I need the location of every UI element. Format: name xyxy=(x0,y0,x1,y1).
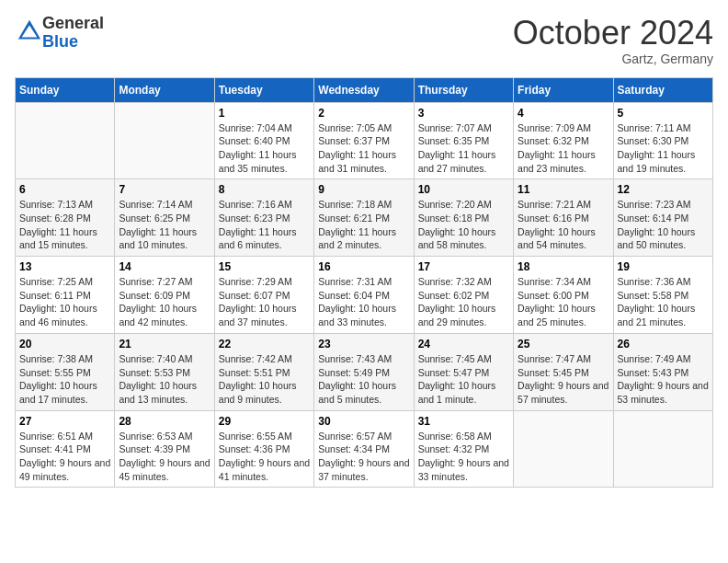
day-number: 9 xyxy=(318,183,409,196)
day-number: 11 xyxy=(518,183,609,196)
calendar-day-cell xyxy=(613,410,712,488)
logo-icon xyxy=(17,18,42,44)
day-number: 13 xyxy=(19,260,110,273)
calendar-day-cell: 6Sunrise: 7:13 AMSunset: 6:28 PMDaylight… xyxy=(16,179,115,257)
day-number: 15 xyxy=(219,260,310,273)
day-number: 28 xyxy=(119,415,210,428)
day-number: 5 xyxy=(618,107,709,120)
calendar-day-cell: 8Sunrise: 7:16 AMSunset: 6:23 PMDaylight… xyxy=(214,179,313,257)
day-number: 2 xyxy=(318,107,409,120)
calendar-day-cell: 20Sunrise: 7:38 AMSunset: 5:55 PMDayligh… xyxy=(16,333,115,410)
day-info: Sunrise: 6:58 AMSunset: 4:32 PMDaylight:… xyxy=(418,430,509,484)
calendar-day-cell: 15Sunrise: 7:29 AMSunset: 6:07 PMDayligh… xyxy=(214,257,313,334)
day-info: Sunrise: 7:32 AMSunset: 6:02 PMDaylight:… xyxy=(418,275,509,329)
day-number: 14 xyxy=(119,260,210,273)
day-info: Sunrise: 7:47 AMSunset: 5:45 PMDaylight:… xyxy=(518,352,609,407)
day-info: Sunrise: 7:20 AMSunset: 6:18 PMDaylight:… xyxy=(418,198,509,252)
day-info: Sunrise: 7:49 AMSunset: 5:43 PMDaylight:… xyxy=(618,352,709,407)
title-block: October 2024 Gartz, Germany xyxy=(513,15,713,66)
calendar-day-cell: 1Sunrise: 7:04 AMSunset: 6:40 PMDaylight… xyxy=(214,102,313,179)
calendar-week-row: 6Sunrise: 7:13 AMSunset: 6:28 PMDaylight… xyxy=(16,179,713,257)
day-number: 18 xyxy=(518,260,609,273)
weekday-header-row: SundayMondayTuesdayWednesdayThursdayFrid… xyxy=(16,77,713,102)
logo-general-text: General xyxy=(42,14,104,32)
day-info: Sunrise: 7:29 AMSunset: 6:07 PMDaylight:… xyxy=(219,275,310,329)
day-number: 29 xyxy=(219,415,310,428)
weekday-header-thursday: Thursday xyxy=(414,77,513,102)
weekday-header-saturday: Saturday xyxy=(613,77,712,102)
logo: General Blue xyxy=(15,15,104,52)
day-number: 19 xyxy=(618,260,709,273)
calendar-day-cell: 5Sunrise: 7:11 AMSunset: 6:30 PMDaylight… xyxy=(613,102,712,179)
calendar-day-cell: 13Sunrise: 7:25 AMSunset: 6:11 PMDayligh… xyxy=(16,257,115,334)
weekday-header-friday: Friday xyxy=(514,77,613,102)
calendar-day-cell: 2Sunrise: 7:05 AMSunset: 6:37 PMDaylight… xyxy=(314,102,414,179)
calendar-day-cell: 12Sunrise: 7:23 AMSunset: 6:14 PMDayligh… xyxy=(613,179,712,257)
day-info: Sunrise: 7:45 AMSunset: 5:47 PMDaylight:… xyxy=(418,352,509,407)
calendar-day-cell: 26Sunrise: 7:49 AMSunset: 5:43 PMDayligh… xyxy=(613,333,712,410)
day-info: Sunrise: 7:23 AMSunset: 6:14 PMDaylight:… xyxy=(618,198,709,252)
day-info: Sunrise: 7:21 AMSunset: 6:16 PMDaylight:… xyxy=(518,198,609,252)
calendar-day-cell xyxy=(16,102,115,179)
weekday-header-sunday: Sunday xyxy=(16,77,115,102)
weekday-header-wednesday: Wednesday xyxy=(314,77,414,102)
weekday-header-tuesday: Tuesday xyxy=(214,77,313,102)
day-info: Sunrise: 7:16 AMSunset: 6:23 PMDaylight:… xyxy=(219,198,310,252)
day-info: Sunrise: 6:51 AMSunset: 4:41 PMDaylight:… xyxy=(19,430,110,484)
calendar-day-cell: 14Sunrise: 7:27 AMSunset: 6:09 PMDayligh… xyxy=(115,257,214,334)
day-number: 4 xyxy=(518,107,609,120)
calendar-day-cell: 24Sunrise: 7:45 AMSunset: 5:47 PMDayligh… xyxy=(414,333,513,410)
calendar-day-cell: 19Sunrise: 7:36 AMSunset: 5:58 PMDayligh… xyxy=(613,257,712,334)
calendar-day-cell: 29Sunrise: 6:55 AMSunset: 4:36 PMDayligh… xyxy=(214,410,313,488)
day-info: Sunrise: 7:36 AMSunset: 5:58 PMDaylight:… xyxy=(618,275,709,329)
logo-blue-text: Blue xyxy=(42,32,78,51)
day-info: Sunrise: 6:53 AMSunset: 4:39 PMDaylight:… xyxy=(119,430,210,484)
day-info: Sunrise: 7:27 AMSunset: 6:09 PMDaylight:… xyxy=(119,275,210,329)
day-number: 20 xyxy=(19,338,110,350)
calendar-week-row: 27Sunrise: 6:51 AMSunset: 4:41 PMDayligh… xyxy=(16,410,713,488)
day-number: 30 xyxy=(318,415,409,428)
calendar-day-cell xyxy=(514,410,613,488)
day-info: Sunrise: 7:38 AMSunset: 5:55 PMDaylight:… xyxy=(19,352,110,407)
calendar-table: SundayMondayTuesdayWednesdayThursdayFrid… xyxy=(15,77,713,488)
day-info: Sunrise: 7:34 AMSunset: 6:00 PMDaylight:… xyxy=(518,275,609,329)
day-info: Sunrise: 7:09 AMSunset: 6:32 PMDaylight:… xyxy=(518,121,609,176)
day-number: 24 xyxy=(418,338,509,350)
calendar-day-cell: 18Sunrise: 7:34 AMSunset: 6:00 PMDayligh… xyxy=(514,257,613,334)
day-number: 7 xyxy=(119,183,210,196)
day-number: 21 xyxy=(119,338,210,350)
calendar-day-cell xyxy=(115,102,214,179)
day-number: 6 xyxy=(19,183,110,196)
day-number: 23 xyxy=(318,338,409,350)
calendar-day-cell: 23Sunrise: 7:43 AMSunset: 5:49 PMDayligh… xyxy=(314,333,414,410)
calendar-day-cell: 9Sunrise: 7:18 AMSunset: 6:21 PMDaylight… xyxy=(314,179,414,257)
day-number: 8 xyxy=(219,183,310,196)
day-info: Sunrise: 7:14 AMSunset: 6:25 PMDaylight:… xyxy=(119,198,210,252)
day-info: Sunrise: 7:18 AMSunset: 6:21 PMDaylight:… xyxy=(318,198,409,252)
calendar-week-row: 20Sunrise: 7:38 AMSunset: 5:55 PMDayligh… xyxy=(16,333,713,410)
day-number: 1 xyxy=(219,107,310,120)
calendar-day-cell: 27Sunrise: 6:51 AMSunset: 4:41 PMDayligh… xyxy=(16,410,115,488)
calendar-day-cell: 31Sunrise: 6:58 AMSunset: 4:32 PMDayligh… xyxy=(414,410,513,488)
calendar-day-cell: 11Sunrise: 7:21 AMSunset: 6:16 PMDayligh… xyxy=(514,179,613,257)
calendar-day-cell: 21Sunrise: 7:40 AMSunset: 5:53 PMDayligh… xyxy=(115,333,214,410)
day-info: Sunrise: 7:07 AMSunset: 6:35 PMDaylight:… xyxy=(418,121,509,176)
calendar-week-row: 13Sunrise: 7:25 AMSunset: 6:11 PMDayligh… xyxy=(16,257,713,334)
day-number: 26 xyxy=(618,338,709,350)
calendar-day-cell: 25Sunrise: 7:47 AMSunset: 5:45 PMDayligh… xyxy=(514,333,613,410)
day-info: Sunrise: 7:42 AMSunset: 5:51 PMDaylight:… xyxy=(219,352,310,407)
calendar-day-cell: 10Sunrise: 7:20 AMSunset: 6:18 PMDayligh… xyxy=(414,179,513,257)
day-number: 31 xyxy=(418,415,509,428)
day-info: Sunrise: 7:25 AMSunset: 6:11 PMDaylight:… xyxy=(19,275,110,329)
calendar-day-cell: 4Sunrise: 7:09 AMSunset: 6:32 PMDaylight… xyxy=(514,102,613,179)
location: Gartz, Germany xyxy=(513,52,713,66)
day-number: 17 xyxy=(418,260,509,273)
calendar-day-cell: 30Sunrise: 6:57 AMSunset: 4:34 PMDayligh… xyxy=(314,410,414,488)
day-number: 12 xyxy=(618,183,709,196)
day-number: 16 xyxy=(318,260,409,273)
month-title: October 2024 xyxy=(513,15,713,52)
day-info: Sunrise: 6:57 AMSunset: 4:34 PMDaylight:… xyxy=(318,430,409,484)
day-info: Sunrise: 7:40 AMSunset: 5:53 PMDaylight:… xyxy=(119,352,210,407)
calendar-day-cell: 7Sunrise: 7:14 AMSunset: 6:25 PMDaylight… xyxy=(115,179,214,257)
day-number: 22 xyxy=(219,338,310,350)
